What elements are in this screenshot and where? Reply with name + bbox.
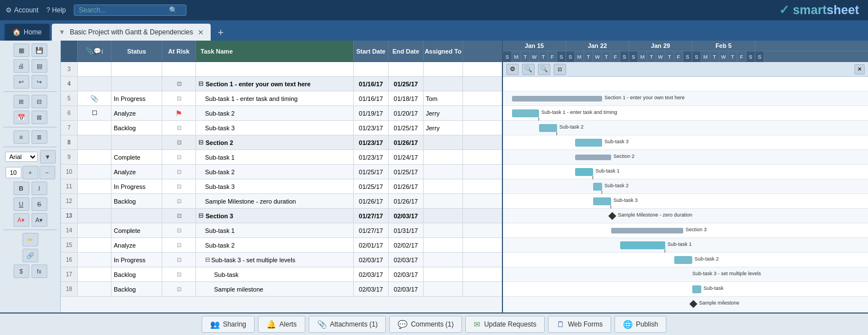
row-taskname[interactable]: ⊟ Sub-task 3 - set multiple levels	[196, 253, 354, 267]
row-atrisk[interactable]: ⊡	[162, 223, 196, 237]
gantt-zoom-in-button[interactable]: 🔍	[522, 64, 535, 75]
row-assigned[interactable]	[424, 253, 463, 267]
row-status[interactable]: Backlog	[112, 267, 162, 281]
row-startdate[interactable]: 01/25/17	[354, 165, 389, 179]
row-taskname[interactable]: Sub-task 3	[196, 121, 354, 135]
row-enddate[interactable]: 02/02/17	[389, 238, 424, 252]
row-assigned[interactable]	[424, 77, 463, 91]
enddate-col-header[interactable]: End Date	[389, 41, 424, 61]
row-enddate[interactable]: 02/03/17	[389, 282, 424, 296]
home-tab[interactable]: 🏠 Home	[5, 24, 50, 41]
new-row-button[interactable]: ▦	[14, 43, 29, 57]
bold-button[interactable]: B	[14, 182, 29, 195]
row-taskname[interactable]: Sub-task 3	[196, 179, 354, 193]
gantt-view-button[interactable]: 📅	[14, 111, 29, 124]
row-status[interactable]: Backlog	[112, 282, 162, 296]
italic-button[interactable]: I	[32, 182, 47, 195]
startdate-col-header[interactable]: Start Date	[354, 41, 389, 61]
row-status[interactable]: Analyze	[112, 106, 162, 120]
row-enddate[interactable]: 01/26/17	[389, 135, 424, 149]
sheet-tab[interactable]: ▼ Basic Project with Gantt & Dependencie…	[52, 24, 211, 41]
row-status[interactable]: Complete	[112, 150, 162, 164]
row-atrisk[interactable]: ⊡	[162, 209, 196, 223]
gantt-zoom-out-button[interactable]: 🔍	[538, 64, 550, 75]
row-taskname[interactable]: Sample Milestone - zero duration	[196, 194, 354, 208]
row-atrisk[interactable]: ⊡	[162, 165, 196, 179]
row-startdate[interactable]: 02/03/17	[354, 282, 389, 296]
row-taskname[interactable]: Sub-task 2	[196, 238, 354, 252]
row-status[interactable]: In Progress	[112, 253, 162, 267]
row-assigned[interactable]: Tom	[424, 91, 463, 105]
row-atrisk[interactable]: ⊡	[162, 77, 196, 91]
row-startdate[interactable]: 01/23/17	[354, 121, 389, 135]
row-atrisk[interactable]: ⊡	[162, 194, 196, 208]
row-startdate[interactable]: 02/01/17	[354, 238, 389, 252]
formula-button[interactable]: fx	[32, 265, 47, 278]
row-status[interactable]	[112, 77, 162, 91]
assigned-col-header[interactable]: Assigned To	[424, 41, 463, 61]
calendar-view-button[interactable]: ⊠	[32, 111, 47, 124]
row-enddate[interactable]: 01/26/17	[389, 194, 424, 208]
row-atrisk[interactable]: ⊡	[162, 282, 196, 296]
web-forms-tab[interactable]: 🗒 Web Forms	[548, 316, 611, 333]
search-input[interactable]	[79, 6, 169, 14]
row-status[interactable]: Complete	[112, 223, 162, 237]
account-menu[interactable]: ⚙ Account	[6, 6, 38, 14]
row-status[interactable]: Backlog	[112, 194, 162, 208]
row-enddate[interactable]: 01/26/17	[389, 179, 424, 193]
row-startdate[interactable]: 01/27/17	[354, 223, 389, 237]
font-dropdown-button[interactable]: ▼	[40, 150, 56, 164]
row-enddate[interactable]: 01/25/17	[389, 165, 424, 179]
gantt-fit-button[interactable]: ⊡	[554, 64, 566, 75]
row-status[interactable]	[112, 209, 162, 223]
attachments-tab[interactable]: 📎 Attachments (1)	[309, 316, 386, 333]
row-assigned[interactable]	[424, 165, 463, 179]
row-assigned[interactable]	[424, 267, 463, 281]
taskname-col-header[interactable]: Task Name	[196, 41, 354, 61]
row-assigned[interactable]: Jerry	[424, 106, 463, 120]
row-assigned[interactable]	[424, 150, 463, 164]
row-status[interactable]: Analyze	[112, 238, 162, 252]
row-atrisk[interactable]: ⚑	[162, 106, 196, 120]
row-enddate[interactable]: 02/03/17	[389, 267, 424, 281]
row-taskname[interactable]: Sub-task 2	[196, 165, 354, 179]
publish-tab[interactable]: 🌐 Publish	[615, 316, 666, 333]
row-startdate[interactable]: 01/19/17	[354, 106, 389, 120]
row-assigned[interactable]	[424, 223, 463, 237]
help-menu[interactable]: ? Help	[46, 6, 66, 14]
highlight-button[interactable]: ✏	[23, 233, 38, 246]
row-startdate[interactable]: 02/03/17	[354, 253, 389, 267]
row-taskname[interactable]: Sub-task 2	[196, 106, 354, 120]
row-enddate[interactable]	[389, 62, 424, 76]
row-status[interactable]: Backlog	[112, 121, 162, 135]
align-right-button[interactable]: ≣	[32, 130, 47, 144]
row-status[interactable]	[112, 135, 162, 149]
row-assigned[interactable]	[424, 209, 463, 223]
strikethrough-button[interactable]: S	[32, 197, 47, 211]
tab-close-button[interactable]: ✕	[198, 28, 204, 37]
row-taskname[interactable]: Sub-task 1	[196, 150, 354, 164]
print-button[interactable]: 🖨	[14, 59, 29, 73]
row-status[interactable]: In Progress	[112, 91, 162, 105]
row-atrisk[interactable]: ⊡	[162, 150, 196, 164]
currency-button[interactable]: $	[14, 265, 29, 278]
row-atrisk[interactable]: ⊡	[162, 179, 196, 193]
row-enddate[interactable]: 02/03/17	[389, 209, 424, 223]
font-size-input[interactable]	[6, 167, 21, 178]
row-assigned[interactable]	[424, 179, 463, 193]
row-taskname[interactable]: Sample milestone	[196, 282, 354, 296]
row-assigned[interactable]	[424, 135, 463, 149]
row-taskname[interactable]: ⊟Section 3	[196, 209, 354, 223]
underline-button[interactable]: U	[14, 197, 29, 211]
alerts-tab[interactable]: 🔔 Alerts	[258, 316, 305, 333]
row-atrisk[interactable]: ⊡	[162, 267, 196, 281]
font-size-increase[interactable]: +	[23, 166, 38, 179]
options-button[interactable]: ▤	[32, 59, 47, 73]
card-view-button[interactable]: ⊟	[32, 95, 47, 108]
row-assigned[interactable]	[424, 282, 463, 296]
grid-view-button[interactable]: ⊞	[14, 95, 29, 108]
row-taskname[interactable]: Sub-task 1	[196, 223, 354, 237]
row-startdate[interactable]: 01/25/17	[354, 179, 389, 193]
row-enddate[interactable]: 01/18/17	[389, 91, 424, 105]
text-color-button[interactable]: A▾	[32, 213, 47, 227]
